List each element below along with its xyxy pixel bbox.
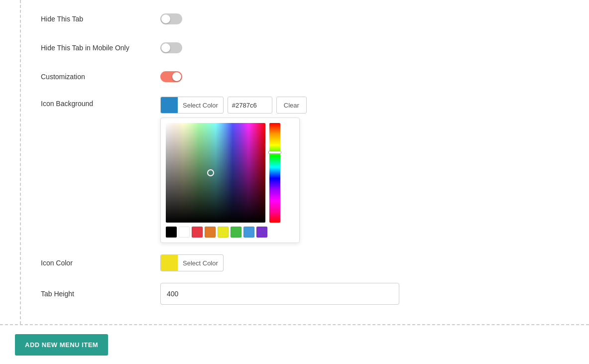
icon-color-control: Select Color: [160, 254, 224, 271]
swatch-item[interactable]: [243, 227, 254, 238]
customization-control: [160, 71, 182, 82]
swatch-item[interactable]: [192, 227, 203, 238]
bottom-bar: ADD NEW MENU ITEM: [0, 324, 589, 364]
content-area: Hide This Tab Hide This Tab in Mobile On…: [20, 0, 589, 324]
hide-tab-toggle-knob: [161, 14, 170, 23]
swatch-item[interactable]: [179, 227, 190, 238]
icon-background-control: Select Color Clear: [160, 97, 307, 243]
icon-color-select-label: Select Color: [178, 259, 223, 267]
hide-tab-mobile-control: [160, 42, 182, 53]
icon-background-color-btn[interactable]: Select Color: [160, 97, 224, 114]
add-menu-item-button[interactable]: ADD NEW MENU ITEM: [15, 334, 108, 356]
swatch-item[interactable]: [231, 227, 241, 238]
tab-height-row: Tab Height: [41, 283, 569, 305]
tab-height-label: Tab Height: [41, 290, 160, 298]
icon-background-swatch: [161, 97, 178, 114]
swatch-item[interactable]: [256, 227, 267, 238]
hide-tab-mobile-label: Hide This Tab in Mobile Only: [41, 44, 160, 52]
hide-tab-control: [160, 13, 182, 24]
hide-tab-mobile-toggle-knob: [161, 43, 170, 52]
color-gradient[interactable]: [166, 123, 265, 223]
hide-tab-mobile-toggle[interactable]: [160, 42, 182, 53]
tab-height-input[interactable]: [160, 283, 399, 305]
swatch-item[interactable]: [166, 227, 177, 238]
icon-color-btn[interactable]: Select Color: [160, 254, 224, 271]
customization-row: Customization: [41, 68, 569, 86]
customization-label: Customization: [41, 73, 160, 81]
hue-thumb: [268, 151, 281, 154]
hide-tab-row: Hide This Tab: [41, 10, 569, 28]
main-container: Hide This Tab Hide This Tab in Mobile On…: [0, 0, 589, 364]
customization-toggle-knob: [172, 72, 181, 81]
swatches-row: [166, 227, 294, 238]
customization-toggle[interactable]: [160, 71, 182, 82]
icon-background-row: Icon Background Select Color Clear: [41, 97, 569, 243]
hue-bar[interactable]: [269, 123, 280, 223]
icon-color-row: Icon Color Select Color: [41, 254, 569, 272]
hide-tab-toggle[interactable]: [160, 13, 182, 24]
swatch-item[interactable]: [205, 227, 216, 238]
tab-height-control: [160, 283, 399, 305]
hide-tab-label: Hide This Tab: [41, 15, 160, 23]
color-picker-popup: [160, 118, 300, 243]
icon-background-select-label: Select Color: [178, 102, 223, 109]
icon-background-hex-input[interactable]: [228, 97, 272, 114]
icon-color-label: Icon Color: [41, 259, 160, 267]
icon-color-swatch: [161, 254, 178, 271]
hide-tab-mobile-row: Hide This Tab in Mobile Only: [41, 39, 569, 57]
icon-background-label: Icon Background: [41, 97, 160, 108]
swatch-item[interactable]: [218, 227, 229, 238]
icon-background-clear-btn[interactable]: Clear: [276, 97, 307, 114]
picker-main: [166, 123, 294, 223]
icon-background-controls: Select Color Clear: [160, 97, 307, 114]
